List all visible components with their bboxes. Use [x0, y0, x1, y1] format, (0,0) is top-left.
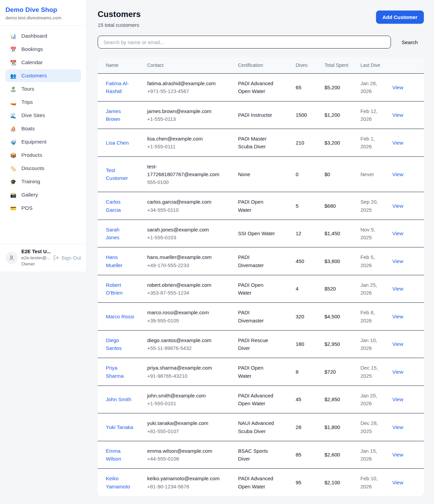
- sidebar-item-label: Gallery: [21, 192, 38, 198]
- cell-last-dive: Feb 5, 2026: [360, 247, 392, 275]
- page-title: Customers: [98, 10, 141, 19]
- sidebar-item-label: Training: [21, 179, 40, 185]
- view-customer-link[interactable]: View: [392, 480, 403, 485]
- sidebar-item-discounts[interactable]: 🏷️Discounts: [5, 162, 81, 175]
- cell-last-dive: Jan 15, 2026: [360, 441, 392, 469]
- cell-last-dive: Jan 10, 2026: [360, 330, 392, 358]
- view-customer-link[interactable]: View: [392, 85, 403, 90]
- cell-dives: 450: [296, 247, 324, 275]
- search-input[interactable]: [98, 36, 391, 49]
- customer-name-link[interactable]: James Brown: [106, 108, 121, 122]
- cell-dives: 12: [296, 220, 324, 247]
- view-customer-link[interactable]: View: [392, 396, 403, 402]
- view-customer-link[interactable]: View: [392, 286, 403, 292]
- table-row: Sarah Jonessarah.jones@example.com+1-555…: [98, 220, 424, 247]
- cell-dives: 4: [296, 275, 324, 303]
- user-box: E2E Test U... e2e-tester@... Owner Sign …: [0, 244, 86, 272]
- customer-name-link[interactable]: Priya Sharma: [106, 365, 124, 378]
- sidebar-item-equipment[interactable]: 🤿Equipment: [5, 135, 81, 148]
- cell-total-spent: $520: [324, 275, 360, 303]
- add-customer-button[interactable]: Add Customer: [376, 11, 424, 24]
- cell-dives: 180: [296, 330, 324, 358]
- customer-name-link[interactable]: Hans Mueller: [106, 254, 122, 268]
- sidebar-item-pos[interactable]: 💳POS: [5, 202, 81, 214]
- sidebar-item-training[interactable]: 🎓Training: [5, 175, 81, 188]
- cell-certification: PADI Advanced Open Water: [238, 469, 296, 496]
- customer-phone: 555-0100: [147, 178, 229, 186]
- column-header-total-spent: Total Spent: [324, 57, 360, 74]
- cell-contact: yuki.tanaka@example.com+81-555-0107: [147, 413, 238, 441]
- brand-block: Demo Dive Shop demo.test.divestreams.com: [0, 0, 86, 26]
- view-customer-link[interactable]: View: [392, 341, 403, 347]
- sidebar-item-dive-sites[interactable]: 🌊Dive Sites: [5, 109, 81, 122]
- customer-name-link[interactable]: Keiko Yamamoto: [106, 475, 130, 489]
- customer-name-link[interactable]: Robert O'Brien: [106, 282, 123, 296]
- customer-name-link[interactable]: Fatima Al-Rashid: [106, 80, 129, 94]
- cell-dives: 28: [296, 413, 324, 441]
- customer-name-link[interactable]: Lisa Chen: [106, 140, 129, 146]
- cell-name: Carlos Garcia: [98, 192, 147, 220]
- boats-icon: ⛵: [10, 126, 17, 131]
- cell-name: Test Customer: [98, 156, 147, 192]
- table-row: Emma Wilsonemma.wilson@example.com+44-55…: [98, 441, 424, 469]
- sidebar-item-customers[interactable]: 👥Customers: [5, 69, 81, 82]
- view-customer-link[interactable]: View: [392, 452, 403, 458]
- sidebar-item-tours[interactable]: 🏝️Tours: [5, 82, 81, 95]
- customer-name-link[interactable]: Sarah Jones: [106, 227, 119, 240]
- cell-certification: PADI Advanced Open Water: [238, 386, 296, 413]
- search-button[interactable]: Search: [401, 37, 418, 48]
- cell-name: John Smith: [98, 386, 147, 413]
- view-customer-link[interactable]: View: [392, 230, 403, 236]
- sidebar-item-products[interactable]: 📦Products: [5, 149, 81, 162]
- cell-name: Robert O'Brien: [98, 275, 147, 303]
- table-row: John Smithjohn.smith@example.com+1-555-0…: [98, 386, 424, 413]
- sign-out-button[interactable]: Sign Out: [53, 255, 81, 261]
- main-content: Customers 15 total customers Add Custome…: [87, 0, 434, 504]
- customer-email: priya.sharma@example.com: [147, 364, 229, 372]
- equipment-icon: 🤿: [10, 139, 17, 145]
- cell-total-spent: $1,450: [324, 220, 360, 247]
- customer-name-link[interactable]: Test Customer: [106, 167, 128, 181]
- view-customer-link[interactable]: View: [392, 424, 403, 430]
- customer-name-link[interactable]: Emma Wilson: [106, 448, 121, 462]
- cell-certification: PADI Divemaster: [238, 303, 296, 331]
- user-email: e2e-tester@...: [21, 255, 50, 261]
- customer-phone: +1-555-0101: [147, 399, 229, 407]
- customer-count: 15 total customers: [98, 22, 141, 28]
- view-customer-link[interactable]: View: [392, 369, 403, 375]
- sidebar-item-calendar[interactable]: 📆Calendar: [5, 56, 81, 69]
- view-customer-link[interactable]: View: [392, 140, 403, 146]
- view-customer-link[interactable]: View: [392, 112, 403, 118]
- customer-name-link[interactable]: Diego Santos: [106, 337, 122, 351]
- cell-certification: PADI Open Water: [238, 192, 296, 220]
- view-customer-link[interactable]: View: [392, 314, 403, 319]
- sidebar-item-gallery[interactable]: 📸Gallery: [5, 188, 81, 201]
- view-customer-link[interactable]: View: [392, 171, 403, 177]
- customer-phone: +81-555-0107: [147, 427, 229, 435]
- view-customer-link[interactable]: View: [392, 203, 403, 209]
- cell-total-spent: $1,800: [324, 413, 360, 441]
- customer-name-link[interactable]: Yuki Tanaka: [106, 424, 133, 430]
- cell-contact: carlos.garcia@example.com+34-555-0110: [147, 192, 238, 220]
- cell-last-dive: Feb 12, 2026: [360, 101, 392, 129]
- cell-name: Lisa Chen: [98, 129, 147, 157]
- customer-phone: +1-555-0113: [147, 115, 229, 123]
- customer-email: test-1772681807767@example.com: [147, 163, 229, 179]
- sidebar-item-boats[interactable]: ⛵Boats: [5, 122, 81, 135]
- user-role: Owner: [21, 261, 50, 267]
- page-head-text: Customers 15 total customers: [98, 10, 141, 28]
- sidebar-item-dashboard[interactable]: 📊Dashboard: [5, 30, 81, 42]
- customer-name-link[interactable]: Marco Rossi: [106, 314, 134, 319]
- sidebar-item-bookings[interactable]: 📅Bookings: [5, 43, 81, 56]
- cell-certification: PADI Advanced Open Water: [238, 74, 296, 101]
- brand-domain: demo.test.divestreams.com: [5, 15, 81, 20]
- customers-icon: 👥: [10, 73, 17, 78]
- cell-contact: fatima.alrashid@example.com+971-55-123-4…: [147, 74, 238, 101]
- cell-last-dive: Never: [360, 156, 392, 192]
- view-customer-link[interactable]: View: [392, 258, 403, 264]
- sidebar-item-trips[interactable]: 🚤Trips: [5, 96, 81, 109]
- customer-name-link[interactable]: John Smith: [106, 396, 131, 402]
- cell-certification: NAUI Advanced Scuba Diver: [238, 413, 296, 441]
- customer-name-link[interactable]: Carlos Garcia: [106, 199, 121, 212]
- customer-phone: +1-555-0103: [147, 234, 229, 241]
